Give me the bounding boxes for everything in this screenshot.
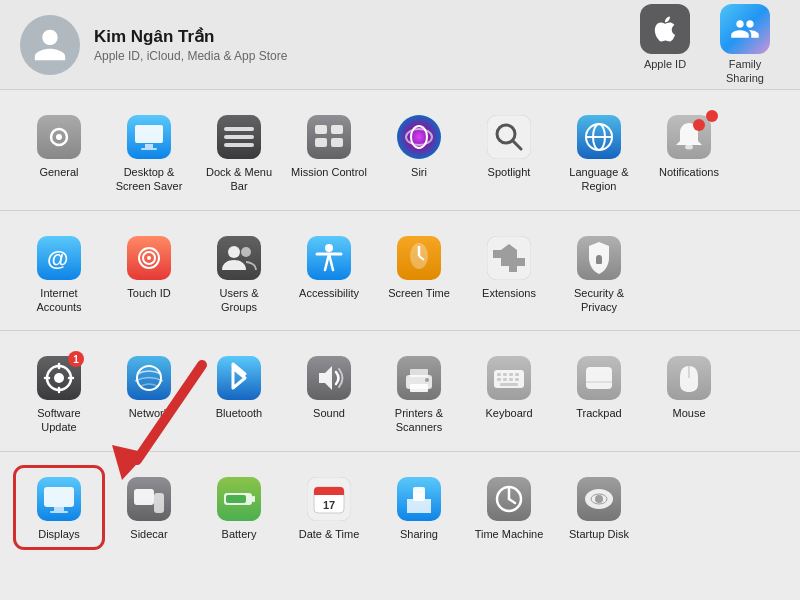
svg-rect-76 <box>586 367 612 389</box>
svg-rect-90 <box>226 495 246 503</box>
svg-point-63 <box>425 378 429 382</box>
icon-battery <box>216 476 262 522</box>
pref-item-internet[interactable]: @Internet Accounts <box>16 227 102 321</box>
pref-grid-system: 1Software UpdateNetworkBluetoothSoundPri… <box>16 347 784 441</box>
icon-sound <box>306 355 352 401</box>
icon-keyboard <box>486 355 532 401</box>
pref-item-datetime[interactable]: 17Date & Time <box>286 468 372 547</box>
svg-point-34 <box>147 256 151 260</box>
pref-item-notifications[interactable]: Notifications <box>646 106 732 200</box>
icon-desktop <box>126 114 172 160</box>
pref-item-bluetooth[interactable]: Bluetooth <box>196 347 282 441</box>
icon-mouse <box>666 355 712 401</box>
label-extensions: Extensions <box>482 286 536 300</box>
pref-grid-hardware: @Internet AccountsTouch IDUsers & Groups… <box>16 227 784 321</box>
icon-internet: @ <box>36 235 82 281</box>
user-avatar-icon <box>31 26 69 64</box>
label-spotlight: Spotlight <box>488 165 531 179</box>
label-displays: Displays <box>38 527 80 541</box>
pref-item-security[interactable]: Security & Privacy <box>556 227 642 321</box>
label-battery: Battery <box>222 527 257 541</box>
svg-point-104 <box>595 495 603 503</box>
pref-item-timemachine[interactable]: Time Machine <box>466 468 552 547</box>
icon-bluetooth <box>216 355 262 401</box>
svg-rect-97 <box>413 487 425 501</box>
pref-item-startup[interactable]: Startup Disk <box>556 468 642 547</box>
svg-rect-35 <box>217 236 261 280</box>
pref-item-accessibility[interactable]: Accessibility <box>286 227 372 321</box>
apple-id-label: Apple ID <box>644 58 686 71</box>
svg-rect-8 <box>224 127 254 131</box>
pref-item-siri[interactable]: Siri <box>376 106 462 200</box>
label-siri: Siri <box>411 165 427 179</box>
user-profile-section: Kim Ngân Trần Apple ID, iCloud, Media & … <box>20 15 287 75</box>
icon-datetime: 17 <box>306 476 352 522</box>
apple-id-button[interactable]: Apple ID <box>630 4 700 84</box>
label-timemachine: Time Machine <box>475 527 544 541</box>
svg-rect-16 <box>397 115 441 159</box>
label-software: Software Update <box>20 406 98 435</box>
label-bluetooth: Bluetooth <box>216 406 262 420</box>
badge-dot-notifications <box>706 110 718 122</box>
label-sound: Sound <box>313 406 345 420</box>
label-users: Users & Groups <box>200 286 278 315</box>
label-security: Security & Privacy <box>560 286 638 315</box>
icon-sharing <box>396 476 442 522</box>
family-sharing-icon <box>720 4 770 54</box>
svg-rect-74 <box>500 383 518 386</box>
svg-rect-73 <box>515 378 519 381</box>
pref-item-screentime[interactable]: Screen Time <box>376 227 462 321</box>
pref-item-printers[interactable]: Printers & Scanners <box>376 347 462 441</box>
pref-item-spotlight[interactable]: Spotlight <box>466 106 552 200</box>
icon-displays <box>36 476 82 522</box>
pref-item-language[interactable]: Language & Region <box>556 106 642 200</box>
svg-rect-47 <box>596 258 602 264</box>
svg-rect-13 <box>331 125 343 134</box>
header: Kim Ngân Trần Apple ID, iCloud, Media & … <box>0 0 800 90</box>
svg-rect-66 <box>497 373 501 376</box>
pref-item-sharing[interactable]: Sharing <box>376 468 462 547</box>
header-actions: Apple ID Family Sharing <box>630 4 780 84</box>
svg-rect-82 <box>54 507 64 511</box>
pref-item-sound[interactable]: Sound <box>286 347 372 441</box>
svg-rect-68 <box>509 373 513 376</box>
pref-item-battery[interactable]: Battery <box>196 468 282 547</box>
svg-rect-61 <box>410 369 428 377</box>
pref-item-dock[interactable]: Dock & Menu Bar <box>196 106 282 200</box>
pref-item-trackpad[interactable]: Trackpad <box>556 347 642 441</box>
pref-item-touchid[interactable]: Touch ID <box>106 227 192 321</box>
icon-dock <box>216 114 262 160</box>
pref-item-keyboard[interactable]: Keyboard <box>466 347 552 441</box>
icon-trackpad <box>576 355 622 401</box>
avatar[interactable] <box>20 15 80 75</box>
pref-item-users[interactable]: Users & Groups <box>196 227 282 321</box>
svg-rect-10 <box>224 143 254 147</box>
pref-item-mission[interactable]: Mission Control <box>286 106 372 200</box>
svg-rect-89 <box>252 496 255 502</box>
user-name: Kim Ngân Trần <box>94 26 287 47</box>
icon-spotlight <box>486 114 532 160</box>
icon-timemachine <box>486 476 532 522</box>
family-sharing-button[interactable]: Family Sharing <box>710 4 780 84</box>
pref-item-mouse[interactable]: Mouse <box>646 347 732 441</box>
pref-item-sidecar[interactable]: Sidecar <box>106 468 192 547</box>
user-info: Kim Ngân Trần Apple ID, iCloud, Media & … <box>94 26 287 63</box>
section-system: 1Software UpdateNetworkBluetoothSoundPri… <box>0 331 800 452</box>
svg-rect-69 <box>515 373 519 376</box>
section-hardware: @Internet AccountsTouch IDUsers & Groups… <box>0 211 800 332</box>
pref-item-network[interactable]: Network <box>106 347 192 441</box>
pref-item-software[interactable]: 1Software Update <box>16 347 102 441</box>
section-other: DisplaysSidecarBattery17Date & TimeShari… <box>0 452 800 557</box>
icon-extensions <box>486 235 532 281</box>
svg-rect-14 <box>315 138 327 147</box>
label-internet: Internet Accounts <box>20 286 98 315</box>
svg-rect-62 <box>410 384 428 392</box>
icon-startup <box>576 476 622 522</box>
pref-item-displays[interactable]: Displays <box>16 468 102 547</box>
pref-item-extensions[interactable]: Extensions <box>466 227 552 321</box>
svg-rect-85 <box>134 489 154 505</box>
preferences-container: GeneralDesktop & Screen SaverDock & Menu… <box>0 90 800 557</box>
user-subtitle: Apple ID, iCloud, Media & App Store <box>94 49 287 63</box>
pref-item-general[interactable]: General <box>16 106 102 200</box>
pref-item-desktop[interactable]: Desktop & Screen Saver <box>106 106 192 200</box>
